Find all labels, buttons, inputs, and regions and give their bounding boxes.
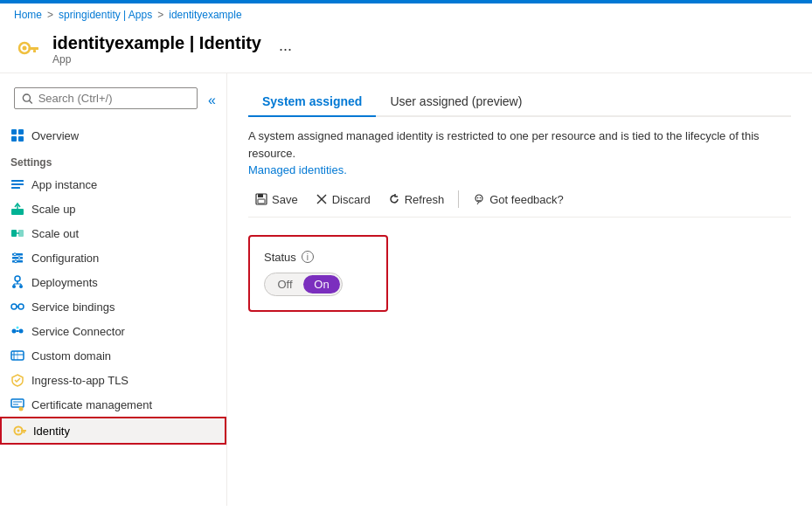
sidebar-item-configuration[interactable]: Configuration — [0, 245, 226, 270]
svg-point-60 — [480, 197, 482, 199]
svg-rect-4 — [36, 47, 38, 50]
sidebar-item-certificate-management[interactable]: Certificate management — [0, 392, 226, 417]
discard-icon — [316, 193, 328, 205]
custom-domain-icon — [10, 349, 24, 363]
svg-rect-7 — [11, 129, 17, 135]
sidebar-search-box[interactable] — [14, 87, 198, 109]
content-area: System assigned User assigned (preview) … — [227, 73, 812, 506]
service-connector-label: Service Connector — [31, 325, 125, 338]
configuration-label: Configuration — [31, 252, 99, 265]
scale-out-label: Scale out — [31, 227, 79, 240]
svg-point-49 — [17, 430, 20, 432]
svg-point-5 — [23, 94, 30, 101]
overview-svg-icon — [10, 128, 24, 142]
svg-point-35 — [19, 329, 24, 334]
service-connector-icon — [10, 324, 24, 338]
svg-point-23 — [15, 260, 17, 263]
sidebar-item-overview[interactable]: Overview — [0, 123, 226, 148]
page-header: identityexample | Identity App ··· — [0, 26, 812, 73]
scale-out-icon — [10, 226, 24, 240]
more-options-icon[interactable]: ··· — [279, 40, 292, 59]
status-info-icon[interactable]: i — [302, 251, 314, 263]
ingress-tls-icon — [10, 373, 24, 387]
svg-rect-3 — [33, 50, 36, 52]
tab-user-assigned[interactable]: User assigned (preview) — [376, 87, 536, 117]
scale-out-svg — [10, 226, 24, 240]
overview-icon — [10, 128, 24, 142]
connector-svg — [10, 324, 24, 338]
search-input[interactable] — [38, 92, 190, 105]
svg-point-59 — [477, 197, 479, 199]
custom-domain-label: Custom domain — [31, 349, 111, 363]
deployments-label: Deployments — [31, 276, 98, 289]
config-svg — [10, 251, 24, 265]
breadcrumb-apps[interactable]: springidentity | Apps — [59, 9, 152, 21]
deploy-svg — [10, 275, 24, 289]
certificate-management-icon — [10, 397, 24, 411]
feedback-button[interactable]: Got feedback? — [466, 190, 571, 210]
breadcrumb-current[interactable]: identityexample — [169, 9, 241, 21]
service-bindings-icon — [10, 300, 24, 314]
sidebar-item-ingress-tls[interactable]: Ingress-to-app TLS — [0, 368, 226, 392]
deployments-icon — [10, 275, 24, 289]
sidebar-item-scale-out[interactable]: Scale out — [0, 221, 226, 245]
save-button[interactable]: Save — [248, 190, 305, 210]
refresh-button[interactable]: Refresh — [381, 190, 452, 210]
save-icon — [255, 193, 267, 205]
tabs-container: System assigned User assigned (preview) — [248, 87, 791, 117]
tab-system-assigned[interactable]: System assigned — [248, 87, 376, 117]
svg-rect-12 — [11, 183, 24, 185]
svg-point-37 — [17, 327, 19, 329]
description-text: A system assigned managed identity is re… — [248, 128, 791, 179]
breadcrumb-sep-1: > — [47, 9, 53, 21]
sidebar-item-custom-domain[interactable]: Custom domain — [0, 343, 226, 368]
svg-point-34 — [12, 329, 17, 334]
sidebar-item-app-instance[interactable]: App instance — [0, 172, 226, 197]
certificate-management-label: Certificate management — [31, 398, 152, 411]
svg-rect-52 — [24, 430, 26, 432]
svg-point-26 — [12, 285, 16, 288]
service-bindings-label: Service bindings — [31, 300, 115, 314]
sidebar-item-deployments[interactable]: Deployments — [0, 270, 226, 294]
status-toggle[interactable]: Off On — [264, 273, 343, 296]
page-header-title: identityexample | Identity App — [52, 33, 261, 66]
page-title: identityexample | Identity — [52, 33, 261, 53]
overview-label: Overview — [31, 129, 79, 142]
svg-point-27 — [19, 285, 23, 288]
svg-rect-10 — [18, 136, 24, 142]
scale-up-svg — [10, 202, 24, 216]
scale-up-label: Scale up — [31, 203, 76, 216]
discard-button[interactable]: Discard — [309, 190, 378, 210]
cert-svg — [10, 397, 24, 411]
page-header-icon — [14, 36, 42, 64]
breadcrumb-sep-2: > — [157, 9, 163, 21]
scale-up-icon — [10, 202, 24, 216]
breadcrumb-home[interactable]: Home — [14, 9, 42, 21]
svg-rect-55 — [258, 199, 265, 204]
toggle-off-option[interactable]: Off — [267, 275, 303, 294]
toolbar-divider — [458, 190, 459, 208]
toggle-on-option[interactable]: On — [303, 275, 340, 294]
svg-rect-9 — [11, 136, 17, 142]
managed-identities-link[interactable]: Managed identities. — [248, 163, 347, 176]
sidebar-item-service-bindings[interactable]: Service bindings — [0, 294, 226, 319]
identity-icon — [12, 424, 26, 438]
app-instance-svg — [10, 177, 24, 191]
identity-svg — [12, 424, 26, 438]
svg-point-21 — [14, 253, 17, 256]
collapse-sidebar-icon[interactable]: « — [205, 93, 219, 108]
app-instance-icon — [10, 177, 24, 191]
svg-rect-51 — [24, 432, 25, 433]
breadcrumb: Home > springidentity | Apps > identitye… — [0, 3, 812, 26]
svg-point-24 — [15, 276, 20, 281]
svg-point-32 — [18, 304, 24, 309]
sidebar-item-service-connector[interactable]: Service Connector — [0, 319, 226, 343]
identity-key-icon — [14, 36, 42, 64]
svg-point-1 — [23, 45, 27, 50]
sidebar-item-scale-up[interactable]: Scale up — [0, 197, 226, 221]
svg-point-22 — [18, 257, 21, 259]
svg-rect-54 — [258, 194, 263, 197]
svg-rect-11 — [11, 180, 24, 182]
svg-point-31 — [11, 304, 17, 309]
sidebar-item-identity[interactable]: Identity — [0, 417, 226, 445]
